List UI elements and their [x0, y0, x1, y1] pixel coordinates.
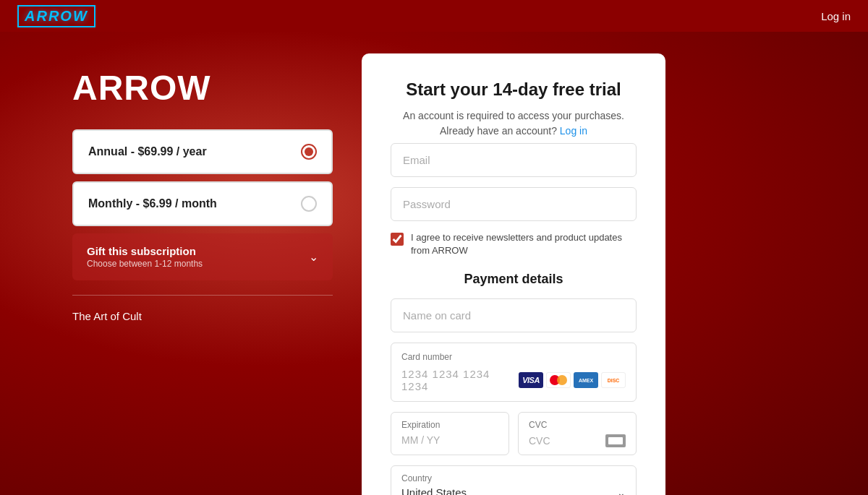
form-card: Start your 14-day free trial An account … — [362, 53, 665, 495]
name-on-card-input[interactable] — [391, 298, 637, 332]
logo: ARROW — [17, 5, 95, 27]
card-number-label: Card number — [401, 352, 626, 362]
amex-icon: AMEX — [574, 372, 598, 388]
already-account-text: Already have an account? — [440, 125, 557, 137]
art-of-cult-label: The Art of Cult — [72, 310, 333, 322]
email-group — [391, 143, 637, 177]
email-input[interactable] — [391, 143, 637, 177]
gift-title: Gift this subscription — [87, 245, 203, 257]
annual-plan-radio[interactable] — [301, 144, 317, 160]
monthly-plan-option[interactable]: Monthly - $6.99 / month — [72, 181, 333, 226]
cvc-section[interactable]: CVC CVC — [518, 412, 637, 455]
cvc-placeholder: CVC — [529, 435, 550, 447]
cvc-icon-inner — [608, 437, 623, 444]
cvc-card-icon — [605, 434, 626, 447]
card-number-placeholder: 1234 1234 1234 1234 — [401, 368, 519, 392]
expiration-placeholder: MM / YY — [401, 434, 498, 446]
card-number-section[interactable]: Card number 1234 1234 1234 1234 VISA AME… — [391, 343, 637, 402]
cvc-inner: CVC — [529, 434, 626, 447]
card-number-row: 1234 1234 1234 1234 VISA AMEX DISC — [401, 368, 626, 392]
payment-title: Payment details — [391, 272, 637, 287]
visa-icon: VISA — [519, 372, 543, 388]
form-title: Start your 14-day free trial — [391, 79, 637, 100]
form-subtitle-text: An account is required to access your pu… — [403, 110, 624, 121]
cvc-label: CVC — [529, 420, 626, 430]
newsletter-label: I agree to receive newsletters and produ… — [411, 231, 637, 257]
main-content: ARROW Annual - $69.99 / year Monthly - $… — [0, 32, 868, 495]
chevron-down-icon: ⌄ — [617, 487, 626, 495]
country-value: United States — [401, 486, 467, 495]
divider — [72, 295, 333, 296]
country-row: United States ⌄ — [401, 486, 626, 495]
form-subtitle: An account is required to access your pu… — [391, 108, 637, 139]
monthly-plan-radio[interactable] — [301, 196, 317, 212]
gift-chevron-icon: ⌄ — [309, 250, 318, 264]
header-login-link[interactable]: Log in — [821, 10, 851, 22]
discover-icon: DISC — [601, 372, 626, 388]
country-label: Country — [401, 473, 626, 483]
gift-subtitle: Choose between 1-12 months — [87, 259, 203, 269]
exp-cvc-row: Expiration MM / YY CVC CVC — [391, 412, 637, 455]
annual-plan-label: Annual - $69.99 / year — [88, 145, 207, 158]
password-input[interactable] — [391, 187, 637, 221]
newsletter-checkbox[interactable] — [391, 233, 404, 246]
card-icons: VISA AMEX DISC — [519, 372, 626, 388]
left-panel: ARROW Annual - $69.99 / year Monthly - $… — [72, 53, 333, 322]
header: ARROW Log in — [0, 0, 868, 32]
expiration-label: Expiration — [401, 420, 498, 430]
password-group — [391, 187, 637, 221]
expiration-section[interactable]: Expiration MM / YY — [391, 412, 509, 455]
gift-subscription-box[interactable]: Gift this subscription Choose between 1-… — [72, 233, 333, 280]
country-section[interactable]: Country United States ⌄ — [391, 465, 637, 495]
monthly-plan-label: Monthly - $6.99 / month — [88, 197, 217, 210]
annual-plan-option[interactable]: Annual - $69.99 / year — [72, 129, 333, 174]
gift-text: Gift this subscription Choose between 1-… — [87, 245, 203, 269]
newsletter-row: I agree to receive newsletters and produ… — [391, 231, 637, 257]
form-login-link[interactable]: Log in — [560, 125, 587, 137]
mastercard-icon — [546, 372, 571, 388]
app-title: ARROW — [72, 68, 333, 108]
